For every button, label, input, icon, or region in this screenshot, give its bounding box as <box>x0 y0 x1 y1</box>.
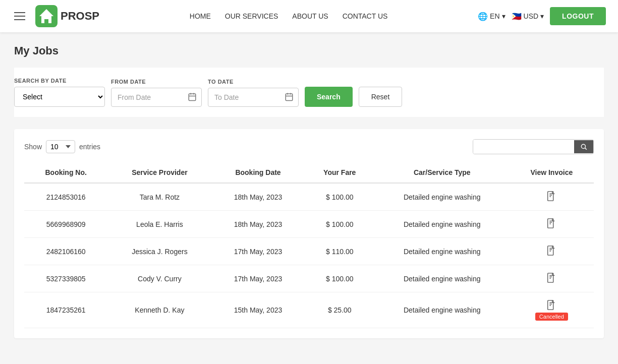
invoice-icon[interactable] <box>546 272 557 283</box>
currency-selector[interactable]: 🇵🇭 USD ▾ <box>512 12 544 21</box>
cell-fare: $ 100.00 <box>305 211 375 238</box>
invoice-cell <box>510 183 594 211</box>
nav-contact[interactable]: CONTACT US <box>343 12 388 20</box>
cell-fare: $ 100.00 <box>305 183 375 211</box>
table-row: 2482106160 Jessica J. Rogers 17th May, 2… <box>24 238 594 265</box>
entries-select[interactable]: 10 25 50 100 <box>46 140 75 153</box>
col-fare: Your Fare <box>305 162 375 183</box>
show-entries: Show 10 25 50 100 entries <box>24 140 100 153</box>
cell-date: 17th May, 2023 <box>211 238 304 265</box>
to-date-input[interactable] <box>208 88 299 107</box>
currency-chevron-icon: ▾ <box>540 12 544 20</box>
cell-provider: Tara M. Rotz <box>107 183 211 211</box>
page-content: My Jobs SEARCH BY DATE Select FROM DATE <box>0 32 618 350</box>
main-nav: HOME OUR SERVICES ABOUT US CONTACT US <box>190 12 388 20</box>
cell-service: Detailed engine washing <box>375 292 510 328</box>
cell-provider: Cody V. Curry <box>107 265 211 292</box>
cell-provider: Kenneth D. Kay <box>107 292 211 328</box>
table-row: 5327339805 Cody V. Curry 17th May, 2023 … <box>24 265 594 292</box>
jobs-table: Booking No. Service Provider Booking Dat… <box>24 162 594 328</box>
lang-chevron-icon: ▾ <box>502 12 505 20</box>
table-search-button[interactable] <box>574 140 593 153</box>
invoice-icon[interactable] <box>546 218 557 229</box>
cell-service: Detailed engine washing <box>375 238 510 265</box>
cancelled-badge: Cancelled <box>535 313 568 321</box>
search-button[interactable]: Search <box>305 87 353 107</box>
table-row: 5669968909 Leola E. Harris 18th May, 202… <box>24 211 594 238</box>
logo: PROSP <box>35 5 99 27</box>
cell-provider: Jessica J. Rogers <box>107 238 211 265</box>
cell-date: 17th May, 2023 <box>211 265 304 292</box>
table-section: Show 10 25 50 100 entries <box>14 129 604 338</box>
logo-text: PROSP <box>61 10 99 23</box>
cell-service: Detailed engine washing <box>375 211 510 238</box>
cell-fare: $ 100.00 <box>305 265 375 292</box>
nav-about[interactable]: ABOUT US <box>292 12 328 20</box>
header-right: 🌐 EN ▾ 🇵🇭 USD ▾ LOGOUT <box>478 7 606 25</box>
cell-fare: $ 110.00 <box>305 238 375 265</box>
col-provider: Service Provider <box>107 162 211 183</box>
cell-booking-no: 5327339805 <box>24 265 107 292</box>
to-date-label: TO DATE <box>208 79 299 85</box>
invoice-icon[interactable] <box>546 299 557 311</box>
nav-services[interactable]: OUR SERVICES <box>225 12 278 20</box>
show-label: Show <box>24 143 42 151</box>
language-selector[interactable]: 🌐 EN ▾ <box>478 12 505 21</box>
to-date-input-wrap <box>208 88 299 107</box>
cell-provider: Leola E. Harris <box>107 211 211 238</box>
search-by-date-label: SEARCH BY DATE <box>14 78 105 84</box>
table-row: 1847235261 Kenneth D. Kay 15th May, 2023… <box>24 292 594 328</box>
table-body: 2124853016 Tara M. Rotz 18th May, 2023 $… <box>24 183 594 328</box>
cell-date: 15th May, 2023 <box>211 292 304 328</box>
invoice-cell <box>510 211 594 238</box>
cell-booking-no: 5669968909 <box>24 211 107 238</box>
reset-button[interactable]: Reset <box>359 87 403 107</box>
currency-flag: 🇵🇭 <box>512 12 522 21</box>
lang-flag: 🌐 <box>478 12 488 21</box>
from-date-input[interactable] <box>111 88 202 107</box>
hamburger-menu[interactable] <box>12 10 27 22</box>
logo-house-icon <box>35 5 58 27</box>
entries-label: entries <box>79 143 100 151</box>
cell-booking-no: 2482106160 <box>24 238 107 265</box>
header-left: PROSP <box>12 5 99 27</box>
table-search-input[interactable] <box>473 140 574 154</box>
invoice-icon[interactable] <box>546 191 557 202</box>
table-header-row: Booking No. Service Provider Booking Dat… <box>24 162 594 183</box>
table-head: Booking No. Service Provider Booking Dat… <box>24 162 594 183</box>
cell-fare: $ 25.00 <box>305 292 375 328</box>
cell-date: 18th May, 2023 <box>211 183 304 211</box>
col-booking-no: Booking No. <box>24 162 107 183</box>
header: PROSP HOME OUR SERVICES ABOUT US CONTACT… <box>0 0 618 32</box>
from-date-input-wrap <box>111 88 202 107</box>
cell-service: Detailed engine washing <box>375 265 510 292</box>
col-invoice: View Invoice <box>510 162 594 183</box>
table-controls: Show 10 25 50 100 entries <box>24 139 594 154</box>
lang-label: EN <box>490 12 499 20</box>
cell-booking-no: 2124853016 <box>24 183 107 211</box>
invoice-cell <box>510 238 594 265</box>
col-service: Car/Service Type <box>375 162 510 183</box>
to-date-group: TO DATE <box>208 79 299 107</box>
svg-point-10 <box>581 144 585 148</box>
table-search <box>473 139 594 154</box>
search-by-date-group: SEARCH BY DATE Select <box>14 78 105 107</box>
nav-home[interactable]: HOME <box>190 12 211 20</box>
cell-date: 18th May, 2023 <box>211 211 304 238</box>
invoice-icon[interactable] <box>546 245 557 256</box>
from-date-group: FROM DATE <box>111 79 202 107</box>
cell-service: Detailed engine washing <box>375 183 510 211</box>
from-date-label: FROM DATE <box>111 79 202 85</box>
col-date: Booking Date <box>211 162 304 183</box>
currency-label: USD <box>524 12 539 20</box>
invoice-cell <box>510 265 594 292</box>
table-row: 2124853016 Tara M. Rotz 18th May, 2023 $… <box>24 183 594 211</box>
svg-line-11 <box>585 148 587 150</box>
page-title: My Jobs <box>14 44 604 57</box>
search-by-date-select[interactable]: Select <box>14 87 105 107</box>
invoice-cell: Cancelled <box>510 292 594 328</box>
filter-bar: SEARCH BY DATE Select FROM DATE <box>14 68 604 117</box>
cell-booking-no: 1847235261 <box>24 292 107 328</box>
logout-button[interactable]: LOGOUT <box>550 7 606 25</box>
